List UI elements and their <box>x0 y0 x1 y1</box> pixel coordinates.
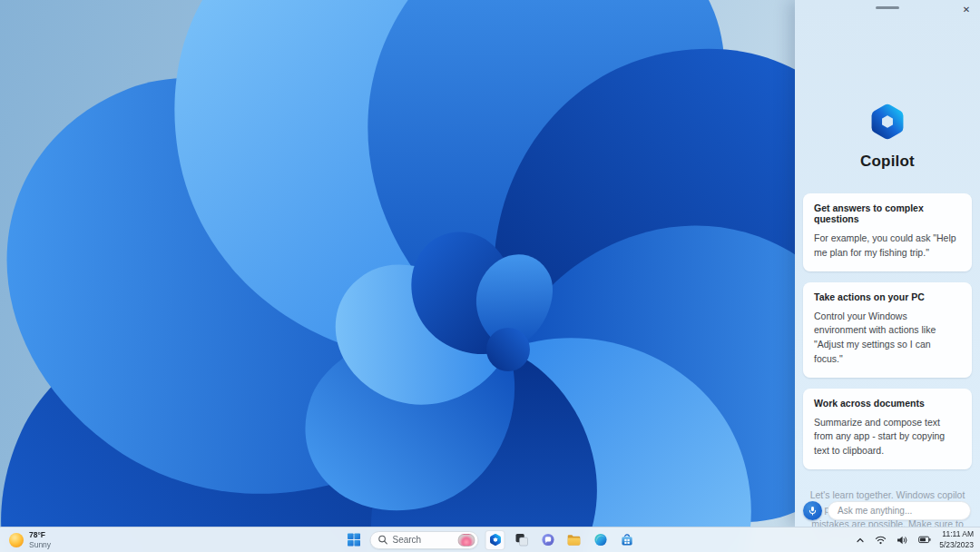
copilot-taskbar-button[interactable] <box>485 530 505 550</box>
card-title: Take actions on your PC <box>814 291 961 302</box>
taskbar: 78°F Sunny <box>0 527 980 552</box>
ask-input-row <box>803 501 971 520</box>
card-complex-questions: Get answers to complex questions For exa… <box>803 193 972 271</box>
mic-icon <box>808 506 818 516</box>
clock-date: 5/23/2023 <box>939 540 974 550</box>
edge-icon <box>593 533 607 547</box>
start-icon <box>347 533 360 547</box>
weather-temperature: 78°F <box>29 530 51 540</box>
weather-widget[interactable]: 78°F Sunny <box>0 527 60 552</box>
tray-chevron-icon[interactable] <box>854 534 867 547</box>
suggestion-cards: Get answers to complex questions For exa… <box>803 193 972 469</box>
card-take-actions: Take actions on your PC Control your Win… <box>803 282 972 378</box>
volume-icon[interactable] <box>895 533 910 547</box>
weather-condition: Sunny <box>29 540 51 550</box>
file-explorer-button[interactable] <box>564 530 584 550</box>
clock[interactable]: 11:11 AM 5/23/2023 <box>939 529 974 549</box>
card-title: Get answers to complex questions <box>814 202 961 224</box>
card-work-documents: Work across documents Summarize and comp… <box>803 389 972 469</box>
copilot-logo-icon <box>867 102 907 142</box>
card-body: Control your Windows environment with ac… <box>814 310 961 367</box>
ask-me-anything-input[interactable] <box>828 501 971 520</box>
copilot-icon <box>488 533 502 547</box>
daily-image-icon[interactable] <box>458 534 475 547</box>
drag-handle[interactable] <box>876 6 899 9</box>
store-button[interactable] <box>617 530 637 550</box>
search-icon <box>378 535 388 545</box>
search-input[interactable] <box>393 535 454 545</box>
store-icon <box>620 533 633 547</box>
close-icon[interactable]: ✕ <box>959 2 974 16</box>
card-title: Work across documents <box>814 398 961 409</box>
edge-button[interactable] <box>591 530 611 550</box>
card-body: Summarize and compose text from any app … <box>814 416 961 458</box>
clock-time: 11:11 AM <box>939 529 974 539</box>
task-view-icon <box>514 533 528 547</box>
copilot-title: Copilot <box>795 153 980 171</box>
copilot-panel: ✕ Copilot Get answers to complex questio… <box>795 0 980 527</box>
system-tray: 11:11 AM 5/23/2023 <box>854 527 980 552</box>
sun-icon <box>9 533 24 547</box>
taskbar-apps <box>344 527 637 552</box>
card-body: For example, you could ask "Help me plan… <box>814 232 961 261</box>
mic-button[interactable] <box>803 501 822 520</box>
start-button[interactable] <box>344 530 364 550</box>
search-box[interactable] <box>370 531 479 549</box>
chat-icon <box>541 533 554 547</box>
task-view-button[interactable] <box>512 530 532 550</box>
wifi-icon[interactable] <box>873 533 888 547</box>
battery-icon[interactable] <box>916 534 933 546</box>
screen: ✕ Copilot Get answers to complex questio… <box>0 0 980 552</box>
file-explorer-icon <box>567 533 582 547</box>
chat-button[interactable] <box>538 530 558 550</box>
